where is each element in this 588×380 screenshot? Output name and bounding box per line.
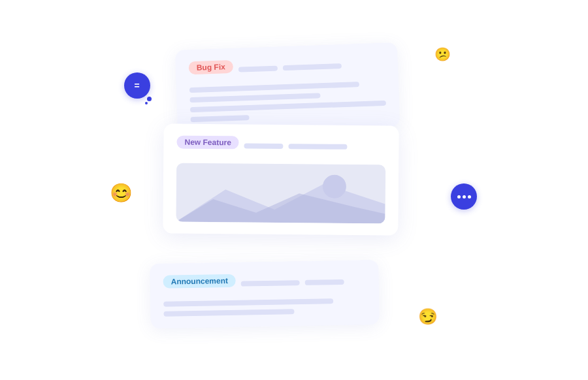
newfeature-image	[176, 163, 385, 224]
bugfix-tag: Bug Fix	[188, 60, 233, 74]
emoji-sad: 😕	[434, 46, 451, 62]
announcement-line-md	[241, 280, 300, 287]
bugfix-line-md	[283, 63, 342, 71]
equals-icon: =	[134, 80, 140, 91]
newfeature-card: New Feature	[163, 123, 399, 235]
bugfix-card: Bug Fix	[175, 42, 400, 135]
bugfix-body-line3	[190, 101, 386, 112]
dot2	[463, 195, 466, 198]
smirk-emoji-icon: 😏	[418, 308, 438, 325]
bugfix-body-line4	[190, 115, 249, 122]
dot-accent	[147, 97, 152, 101]
announcement-line-sm	[305, 279, 344, 285]
newfeature-circle	[323, 175, 346, 198]
chat-bubble-right-icon	[451, 183, 477, 210]
chat-bubble-left: =	[124, 72, 150, 99]
announcement-body-line2	[163, 309, 294, 316]
announcement-card: Announcement	[150, 260, 380, 328]
bugfix-line-sm	[238, 66, 278, 72]
dot1	[457, 195, 461, 198]
emoji-smirk: 😏	[418, 308, 438, 326]
emoji-happy: 😊	[110, 182, 133, 204]
announcement-body-line1	[163, 298, 333, 307]
dot3	[468, 195, 471, 198]
illustration-scene: Bug Fix New Feature Announce	[98, 27, 490, 353]
newfeature-line-md	[289, 144, 348, 150]
chat-bubble-left-icon: =	[124, 72, 150, 99]
dot-accent-sm	[145, 102, 148, 104]
sad-emoji-icon: 😕	[434, 47, 451, 61]
happy-emoji-icon: 😊	[110, 183, 133, 203]
dots-icon	[457, 195, 471, 198]
bugfix-body-line1	[189, 82, 359, 93]
newfeature-tag: New Feature	[176, 136, 239, 150]
chat-bubble-right	[451, 183, 477, 210]
newfeature-line-sm	[244, 144, 284, 150]
bugfix-body-line2	[189, 93, 320, 103]
announcement-tag: Announcement	[163, 274, 236, 289]
